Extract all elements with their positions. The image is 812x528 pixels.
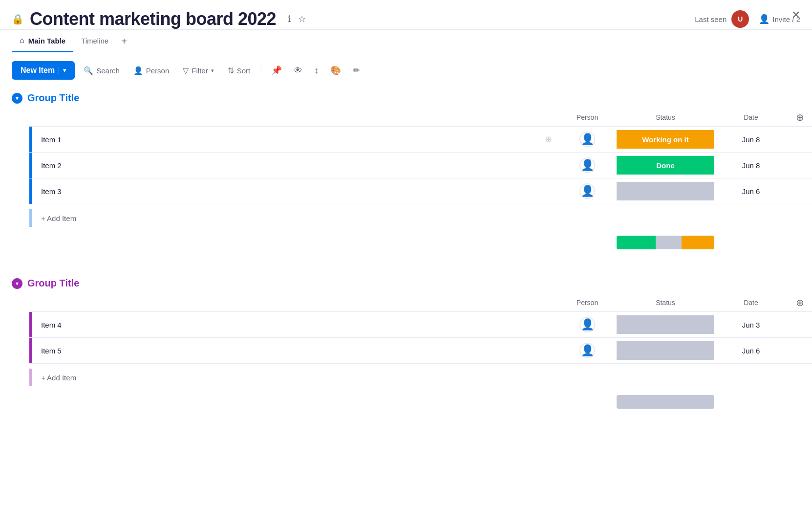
pin-icon: 📌 [271,66,282,75]
edit-icon: ✏ [353,66,360,75]
group-1-col-headers: Person Status Date ⊕ [29,109,812,127]
new-item-caret: ▾ [59,67,66,74]
filter-label: Filter [192,66,208,75]
summary-bar-1 [29,232,812,253]
person-button[interactable]: 👤 Person [128,62,174,79]
edit-button[interactable]: ✏ [349,61,364,80]
header-right: Last seen U 👤 Invite / 2 [695,10,800,28]
filter-icon: ▽ [183,66,189,75]
item-2-name[interactable]: Item 2 [41,161,540,170]
search-label: Search [96,66,120,75]
tab-timeline[interactable]: Timeline [73,31,116,52]
avatar-3: 👤 [579,183,595,199]
home-icon: ⌂ [20,36,24,45]
avatar-5: 👤 [579,343,595,358]
tab-timeline-label: Timeline [81,37,108,45]
table-area: ▾ Group Title Person Status Date ⊕ Item … [0,88,812,444]
item-5-name[interactable]: Item 5 [41,347,540,355]
status-badge-5[interactable] [617,341,714,360]
info-icon[interactable]: ℹ [288,14,291,24]
row-date-4: Jun 3 [714,321,788,329]
group-2-col-headers: Person Status Date ⊕ [29,294,812,312]
tab-main-table[interactable]: ⌂ Main Table [12,30,73,52]
row-person-4[interactable]: 👤 [558,317,617,332]
row-person-5[interactable]: 👤 [558,343,617,358]
new-item-button[interactable]: New Item ▾ [12,61,75,80]
group-2-title[interactable]: Group Title [27,278,79,289]
group-2: ▾ Group Title Person Status Date ⊕ Item … [0,273,812,413]
row-height-icon: ↕ [314,66,319,75]
sort-button[interactable]: ⇅ Sort [223,62,256,79]
row-name-1: Item 1 ⊕ [32,134,558,145]
add-item-indicator-2 [29,369,32,386]
group-1-header: ▾ Group Title [0,88,812,109]
row-status-2[interactable]: Done [617,156,714,175]
add-item-row-1: + Add Item [29,204,812,232]
close-button[interactable]: ✕ [791,9,800,22]
pin-button[interactable]: 📌 [267,61,286,80]
header: 🔒 Content marketing board 2022 ℹ ☆ Last … [0,0,812,30]
row-date-5: Jun 6 [714,347,788,355]
item-1-name[interactable]: Item 1 [41,135,540,144]
tab-add-button[interactable]: + [116,30,132,53]
add-item-row-2: + Add Item [29,364,812,391]
toolbar-separator [261,65,261,76]
color-button[interactable]: 🎨 [326,61,345,80]
hide-icon: 👁 [294,66,302,75]
col-add-button-1[interactable]: ⊕ [796,111,804,123]
tab-main-table-label: Main Table [28,37,65,45]
row-name-2: Item 2 ⊕ [32,160,558,171]
col-person-header-2: Person [558,299,617,307]
row-status-5[interactable] [617,341,714,360]
table-row: Item 1 ⊕ 👤 Working on it Jun 8 [29,127,812,153]
add-item-button-2[interactable]: + Add Item [32,374,76,382]
status-badge-3[interactable] [617,182,714,200]
row-person-2[interactable]: 👤 [558,157,617,173]
row-name-4: Item 4 ⊕ [32,319,558,330]
summary-bar-2 [29,391,812,413]
row-person-3[interactable]: 👤 [558,183,617,199]
search-button[interactable]: 🔍 Search [79,62,125,79]
summary-gray-only [617,395,714,409]
star-icon[interactable]: ☆ [298,14,306,24]
avatar-2: 👤 [579,157,595,173]
col-status-header-1: Status [617,113,714,121]
col-add-button-2[interactable]: ⊕ [796,297,804,308]
item-3-name[interactable]: Item 3 [41,187,540,196]
row-status-3[interactable] [617,182,714,200]
table-row: Item 5 ⊕ 👤 Jun 6 [29,338,812,364]
row-status-1[interactable]: Working on it [617,130,714,149]
table-row: Item 3 ⊕ 👤 Jun 6 [29,178,812,204]
col-date-header-2: Date [714,299,788,307]
person-filter-icon: 👤 [133,66,143,75]
group-1-chevron[interactable]: ▾ [12,93,22,104]
hide-button[interactable]: 👁 [290,62,306,80]
color-icon: 🎨 [330,66,341,75]
group-1: ▾ Group Title Person Status Date ⊕ Item … [0,88,812,253]
filter-button[interactable]: ▽ Filter ▾ [178,62,218,79]
comment-icon-1[interactable]: ⊕ [545,134,552,145]
avatar-4: 👤 [579,317,595,332]
status-badge-1[interactable]: Working on it [617,130,714,149]
row-status-4[interactable] [617,315,714,334]
toolbar: New Item ▾ 🔍 Search 👤 Person ▽ Filter ▾ … [0,53,812,88]
person-icon: 👤 [759,14,769,24]
item-4-name[interactable]: Item 4 [41,321,540,329]
status-badge-2[interactable]: Done [617,156,714,175]
status-badge-4[interactable] [617,315,714,334]
person-label: Person [146,66,170,75]
row-height-button[interactable]: ↕ [310,62,322,80]
group-1-title[interactable]: Group Title [27,92,79,104]
filter-caret: ▾ [211,67,214,74]
add-item-button-1[interactable]: + Add Item [32,214,76,222]
sort-label: Sort [237,66,251,75]
group-2-chevron[interactable]: ▾ [12,278,22,289]
row-date-2: Jun 8 [714,161,788,170]
row-date-1: Jun 8 [714,135,788,144]
add-item-indicator-1 [29,209,32,227]
tabs-bar: ⌂ Main Table Timeline + [0,30,812,53]
row-person-1[interactable]: 👤 [558,132,617,147]
summary-orange [682,236,714,249]
last-seen: Last seen U [695,10,749,28]
table-row: Item 2 ⊕ 👤 Done Jun 8 [29,153,812,178]
